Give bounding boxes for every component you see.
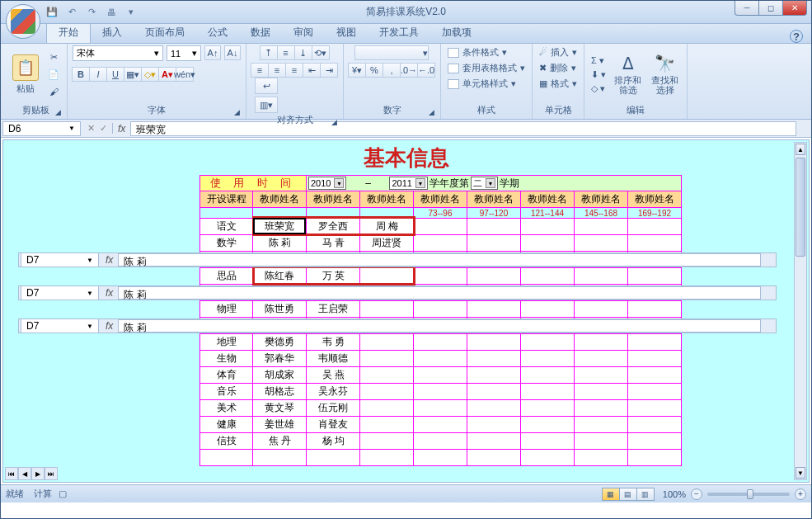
percent-icon[interactable]: %: [365, 63, 383, 78]
formula-input[interactable]: 陈 莉: [118, 319, 761, 333]
fx-icon[interactable]: fx: [101, 254, 118, 266]
data-cell[interactable]: [467, 334, 521, 351]
data-cell[interactable]: 体育: [199, 367, 253, 384]
data-cell[interactable]: [575, 351, 628, 367]
data-cell[interactable]: [628, 351, 682, 367]
dialog-launcher-icon[interactable]: ◢: [232, 108, 241, 116]
clear-icon[interactable]: ◇ ▾: [589, 83, 608, 95]
orientation-icon[interactable]: ⟲▾: [312, 45, 330, 60]
data-cell[interactable]: [467, 219, 521, 235]
scroll-thumb[interactable]: [796, 158, 805, 257]
data-cell[interactable]: [414, 450, 467, 466]
data-cell[interactable]: 吴 燕: [307, 367, 360, 384]
format-cells-button[interactable]: ▦ 格式 ▾: [537, 77, 579, 91]
merge-icon[interactable]: ▥▾: [255, 97, 278, 113]
align-top-icon[interactable]: ⤒: [260, 45, 278, 60]
data-cell[interactable]: 郭春华: [253, 351, 307, 367]
cell-styles-button[interactable]: 单元格样式 ▾: [446, 77, 518, 91]
number-format-combo[interactable]: ▾: [354, 45, 429, 60]
data-cell[interactable]: [521, 334, 575, 351]
data-cell[interactable]: [467, 400, 521, 417]
data-cell[interactable]: 胡格志: [253, 384, 307, 400]
data-cell[interactable]: 樊德勇: [253, 334, 307, 351]
fx-icon[interactable]: fx: [101, 320, 118, 332]
data-cell[interactable]: 生物: [199, 351, 253, 367]
data-cell[interactable]: 思品: [199, 268, 253, 285]
data-cell[interactable]: [467, 417, 521, 433]
fill-icon[interactable]: ⬇ ▾: [589, 68, 608, 81]
data-cell[interactable]: 焦 丹: [253, 433, 307, 450]
data-cell[interactable]: [521, 400, 575, 417]
align-bottom-icon[interactable]: ⤓: [294, 45, 312, 60]
tab-视图[interactable]: 视图: [325, 22, 368, 43]
data-cell[interactable]: [467, 450, 521, 466]
data-cell[interactable]: [360, 450, 414, 466]
data-cell[interactable]: [575, 268, 628, 285]
data-cell[interactable]: [414, 384, 467, 400]
data-cell[interactable]: [360, 400, 414, 417]
data-cell[interactable]: [467, 351, 521, 367]
data-cell[interactable]: [575, 301, 628, 318]
formula-input[interactable]: 陈 莉: [118, 286, 761, 300]
data-cell[interactable]: 韦 勇: [307, 334, 360, 351]
border-icon[interactable]: ▦▾: [124, 67, 142, 82]
data-cell[interactable]: [414, 334, 467, 351]
data-cell[interactable]: 万 英: [307, 268, 360, 285]
data-cell[interactable]: [467, 384, 521, 400]
data-cell[interactable]: [414, 433, 467, 450]
data-cell[interactable]: [521, 384, 575, 400]
fx-icon[interactable]: fx: [113, 123, 130, 134]
table-format-button[interactable]: 套用表格格式 ▾: [446, 61, 527, 75]
data-cell[interactable]: [360, 384, 414, 400]
bold-icon[interactable]: B: [72, 67, 90, 82]
cut-icon[interactable]: ✂: [45, 50, 62, 64]
align-middle-icon[interactable]: ≡: [277, 45, 295, 60]
data-cell[interactable]: 韦顺德: [307, 351, 360, 367]
data-cell[interactable]: [575, 367, 628, 384]
data-cell[interactable]: [467, 367, 521, 384]
align-left-icon[interactable]: ≡: [251, 63, 269, 78]
tab-first-icon[interactable]: ⏮: [5, 467, 18, 480]
tab-next-icon[interactable]: ▶: [31, 467, 45, 480]
data-cell[interactable]: [467, 301, 521, 318]
data-cell[interactable]: 音乐: [199, 384, 253, 400]
fill-color-icon[interactable]: ◇▾: [141, 67, 159, 82]
name-box[interactable]: D7▼: [21, 318, 99, 333]
data-cell[interactable]: [521, 301, 575, 318]
data-cell[interactable]: [628, 367, 682, 384]
data-cell[interactable]: 周进贤: [360, 235, 414, 252]
data-cell[interactable]: 胡成家: [253, 367, 307, 384]
zoom-in-icon[interactable]: +: [795, 488, 806, 500]
data-cell[interactable]: 陈世勇: [253, 301, 307, 318]
wrap-text-icon[interactable]: ↩: [255, 78, 278, 94]
data-cell[interactable]: [575, 450, 628, 466]
data-cell[interactable]: 杨 均: [307, 433, 360, 450]
data-cell[interactable]: 黄文琴: [253, 400, 307, 417]
data-cell[interactable]: 陈红春: [253, 268, 307, 285]
data-cell[interactable]: [521, 433, 575, 450]
tab-加载项[interactable]: 加载项: [430, 22, 483, 43]
font-name-combo[interactable]: 宋体▾: [73, 45, 163, 61]
data-cell[interactable]: [414, 367, 467, 384]
dialog-launcher-icon[interactable]: ◢: [427, 108, 435, 116]
data-cell[interactable]: [414, 351, 467, 367]
data-cell[interactable]: [360, 351, 414, 367]
data-cell[interactable]: [628, 235, 682, 252]
macro-record-icon[interactable]: ▢: [59, 488, 67, 499]
data-cell[interactable]: [467, 268, 521, 285]
data-cell[interactable]: [628, 301, 682, 318]
help-icon[interactable]: ?: [790, 30, 803, 43]
data-cell[interactable]: [414, 301, 467, 318]
view-normal-icon[interactable]: ▦: [602, 488, 620, 501]
data-cell[interactable]: 陈 莉: [253, 235, 307, 252]
data-cell[interactable]: 姜世雄: [253, 417, 307, 433]
data-cell[interactable]: [521, 450, 575, 466]
tab-开始[interactable]: 开始: [46, 21, 91, 43]
align-right-icon[interactable]: ≡: [285, 63, 303, 78]
view-layout-icon[interactable]: ▤: [619, 488, 637, 501]
data-cell[interactable]: 周 梅: [360, 219, 414, 235]
term-combo[interactable]: 二▼: [471, 177, 498, 190]
data-cell[interactable]: [307, 450, 360, 466]
phonetic-icon[interactable]: wén▾: [176, 67, 194, 82]
zoom-out-icon[interactable]: −: [691, 488, 702, 500]
